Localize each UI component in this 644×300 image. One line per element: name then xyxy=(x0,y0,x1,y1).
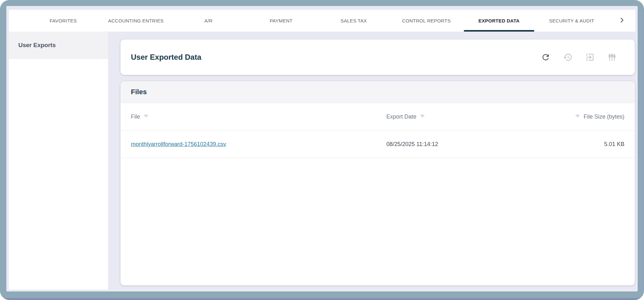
filter-icon[interactable] xyxy=(143,113,149,120)
file-download-link[interactable]: monthlyarrollforward-1756102439.csv xyxy=(131,141,226,148)
tab-payment[interactable]: PAYMENT xyxy=(245,10,317,32)
export-to-button[interactable] xyxy=(585,52,595,62)
page-title: User Exported Data xyxy=(131,53,201,62)
history-button[interactable] xyxy=(563,52,573,62)
top-tab-bar: FAVORITES ACCOUNTING ENTRIES A/R PAYMENT… xyxy=(9,10,635,32)
tab-security-audit[interactable]: SECURITY & AUDIT xyxy=(535,10,608,32)
filter-icon[interactable] xyxy=(575,113,580,120)
sidebar-item-label: User Exports xyxy=(18,42,56,49)
tab-ar[interactable]: A/R xyxy=(172,10,245,32)
column-header-file-size: File Size (bytes) xyxy=(555,113,624,120)
cell-file: monthlyarrollforward-1756102439.csv xyxy=(131,141,386,148)
column-header-file-size-label: File Size (bytes) xyxy=(584,113,624,120)
refresh-icon xyxy=(541,52,550,62)
refresh-button[interactable] xyxy=(541,52,551,62)
tab-favorites[interactable]: FAVORITES xyxy=(27,10,100,32)
app-window: FAVORITES ACCOUNTING ENTRIES A/R PAYMENT… xyxy=(0,0,644,300)
export-date-value: 08/25/2025 11:14:12 xyxy=(386,141,438,148)
toolbar-card: User Exported Data xyxy=(120,40,635,75)
column-header-export-date: Export Date xyxy=(386,113,555,120)
column-sliders-icon xyxy=(607,52,617,62)
tab-control-reports[interactable]: CONTROL REPORTS xyxy=(390,10,463,32)
filter-icon[interactable] xyxy=(420,113,425,120)
column-header-file: File xyxy=(131,113,386,120)
cell-export-date: 08/25/2025 11:14:12 xyxy=(386,141,555,148)
chevron-right-icon xyxy=(618,17,625,25)
cell-file-size: 5.01 KB xyxy=(555,141,624,148)
column-header-file-label: File xyxy=(131,113,140,120)
history-icon xyxy=(563,52,573,62)
toolbar-actions xyxy=(541,52,617,62)
column-sliders-button[interactable] xyxy=(607,52,617,62)
tab-sales-tax[interactable]: SALES TAX xyxy=(317,10,390,32)
tab-exported-data[interactable]: EXPORTED DATA xyxy=(463,10,536,32)
export-to-icon xyxy=(585,52,595,62)
tab-accounting-entries[interactable]: ACCOUNTING ENTRIES xyxy=(100,10,172,32)
files-section-title: Files xyxy=(131,88,147,96)
files-section-header: Files xyxy=(120,81,635,103)
sidebar-item-user-exports[interactable]: User Exports xyxy=(9,32,108,59)
column-header-export-date-label: Export Date xyxy=(386,113,416,120)
left-sidebar: User Exports xyxy=(9,32,108,290)
table-row: monthlyarrollforward-1756102439.csv 08/2… xyxy=(120,131,635,158)
files-table-header: File Export Date File Size (bytes) xyxy=(120,103,635,131)
file-size-value: 5.01 KB xyxy=(604,141,624,148)
tab-overflow-button[interactable] xyxy=(608,10,635,32)
files-card: Files File Export Date File Size (bytes) xyxy=(120,81,635,285)
